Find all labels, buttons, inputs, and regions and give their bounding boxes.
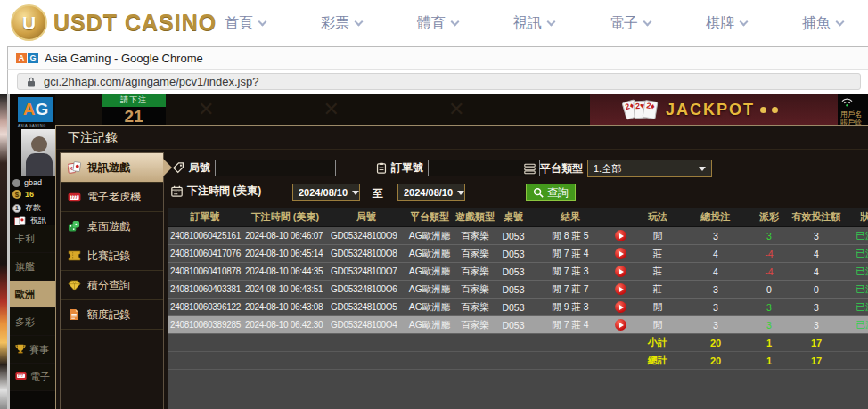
lobby-item-label: 歐洲: [15, 288, 35, 301]
grand-total-row-cell: 總計: [631, 354, 684, 367]
modal-title: 下注記錄: [56, 126, 868, 150]
cell-round: GD053248100O6: [328, 284, 405, 294]
nav-item-6[interactable]: 棋牌: [706, 14, 747, 33]
lobby-item-1[interactable]: 卡利: [10, 225, 55, 253]
sidebar-item-4[interactable]: 比賽記錄: [61, 241, 163, 271]
sidebar-item-3[interactable]: 桌面遊戲: [61, 212, 163, 241]
replay-button[interactable]: [615, 266, 626, 277]
sidebar-item-2[interactable]: 777電子老虎機: [61, 183, 163, 212]
cell-play: 閒: [631, 319, 684, 331]
table-row[interactable]: 2408100603961222024-08-10 06:43:08GD0532…: [168, 299, 868, 316]
nav-item-7[interactable]: 捕魚: [802, 14, 843, 33]
nav-item-3[interactable]: 體育: [417, 14, 458, 33]
nav-item-4[interactable]: 視訊: [513, 14, 554, 33]
cell-valid: 4: [791, 249, 841, 259]
cell-table_no: D053: [495, 302, 531, 313]
lobby-item-label: 卡利: [15, 233, 35, 246]
lobby-item-5[interactable]: 賽事: [10, 336, 55, 364]
platform-select[interactable]: 1.全部: [587, 160, 712, 177]
cell-time: 2024-08-10 06:42:30: [242, 320, 328, 330]
cell-table_no: D053: [495, 284, 531, 295]
quota-records-icon: [67, 308, 81, 321]
round-label: 局號: [189, 160, 210, 176]
coin-icon: [760, 107, 766, 113]
lobby-item-2[interactable]: 旗艦: [10, 253, 55, 281]
sidebar-item-1[interactable]: K視訊遊戲: [61, 153, 163, 183]
money-bag-icon: $: [12, 190, 21, 199]
avatar[interactable]: [21, 129, 55, 176]
play-icon: [619, 233, 624, 239]
cell-status: 已派彩: [841, 230, 868, 242]
replay-button[interactable]: [615, 248, 626, 259]
replay-button[interactable]: [615, 301, 626, 313]
cell-valid: 4: [791, 266, 841, 277]
nav-item-2[interactable]: 彩票: [321, 14, 362, 33]
play-icon: [619, 269, 624, 274]
cell-time: 2024-08-10 06:44:35: [242, 266, 328, 276]
table-row[interactable]: 2408100604033812024-08-10 06:43:51GD0532…: [168, 281, 868, 299]
cell-play: 莊: [631, 248, 684, 260]
lock-icon: [27, 77, 36, 87]
logo-coin-icon: U: [11, 4, 47, 41]
bet-countdown: 請下注 21: [102, 94, 166, 126]
subtotal-row-cell: 20: [684, 338, 747, 348]
replay-button[interactable]: [615, 319, 626, 331]
sidebar-item-5[interactable]: 積分查詢: [61, 271, 163, 300]
round-input[interactable]: [215, 160, 336, 176]
lobby-item-3[interactable]: 歐洲: [10, 281, 55, 308]
cell-valid: 0: [791, 284, 841, 295]
browser-urlbar: gci.2hhapi.com/agingame/pcv1/index.jsp?: [7, 70, 868, 94]
column-header: 派彩: [747, 210, 791, 224]
date-to-select[interactable]: 2024/08/10: [397, 184, 465, 201]
cell-table_no: D053: [495, 266, 531, 277]
cell-game: 百家樂: [454, 266, 495, 278]
replay-button[interactable]: [615, 283, 626, 295]
browser-titlebar[interactable]: AG Asia Gaming - Google Chrome: [7, 46, 868, 70]
grand-total-row: 總計20117: [168, 352, 868, 370]
video-games-icon: K: [67, 161, 81, 174]
date-from-select[interactable]: 2024/08/10: [292, 184, 360, 201]
table-row[interactable]: 2408100604108782024-08-10 06:44:35GD0532…: [168, 263, 868, 281]
favicon-letter-g: G: [28, 53, 38, 63]
column-header: 下注時間 (美東): [242, 210, 328, 224]
table-row[interactable]: 2408100604170762024-08-10 06:45:14GD0532…: [168, 245, 868, 263]
cell-payout: -4: [747, 266, 791, 277]
cell-game: 百家樂: [454, 301, 495, 314]
list-icon: [524, 163, 536, 175]
table-header-row: 訂單號下注時間 (美東)局號平台類型遊戲類型桌號結果玩法總投注派彩有效投注額狀態: [168, 208, 868, 227]
nav-item-1[interactable]: 首頁: [225, 14, 266, 33]
calendar-icon: [171, 185, 183, 197]
table-row[interactable]: 2408100604251612024-08-10 06:46:07GD0532…: [168, 227, 868, 245]
lobby-item-label: 多彩: [15, 315, 35, 329]
play-cell: [610, 230, 631, 241]
lobby-item-6[interactable]: 777電子: [10, 364, 55, 391]
svg-text:777: 777: [70, 195, 78, 200]
chevron-down-icon: [643, 17, 652, 26]
cell-payout: 3: [747, 320, 791, 331]
address-bar[interactable]: gci.2hhapi.com/agingame/pcv1/index.jsp?: [17, 73, 861, 90]
deposit-row[interactable]: 1存款: [12, 202, 41, 214]
cell-platform: AG歐洲廳: [405, 301, 454, 314]
sidebar-item-label: 額度記錄: [87, 307, 130, 323]
grand-total-row-cell: 20: [684, 356, 747, 366]
column-header: 結果: [531, 210, 610, 224]
connection-label: 用戶名: [840, 110, 868, 119]
table-row[interactable]: 2408100603892852024-08-10 06:42:30GD0532…: [168, 316, 868, 334]
lobby-item-4[interactable]: 多彩: [10, 308, 55, 336]
site-logo[interactable]: U USDT CASINO: [11, 4, 217, 41]
cell-total: 4: [684, 266, 747, 277]
play-icon: [619, 251, 624, 257]
nav-item-label: 棋牌: [706, 14, 734, 33]
cell-valid: 3: [791, 302, 841, 313]
search-icon: [533, 187, 544, 198]
replay-button[interactable]: [615, 230, 626, 241]
sidebar-item-label: 桌面遊戲: [87, 219, 130, 234]
sidebar-item-6[interactable]: 額度記錄: [61, 300, 163, 330]
search-button[interactable]: 查詢: [526, 184, 576, 201]
column-header: 平台類型: [405, 210, 454, 224]
cell-round: GD053248100O9: [328, 231, 405, 241]
column-header: 桌號: [495, 210, 531, 224]
platform-filter: 平台類型 1.全部: [524, 160, 712, 177]
nav-item-label: 視訊: [513, 14, 542, 33]
nav-item-5[interactable]: 電子: [610, 14, 651, 33]
